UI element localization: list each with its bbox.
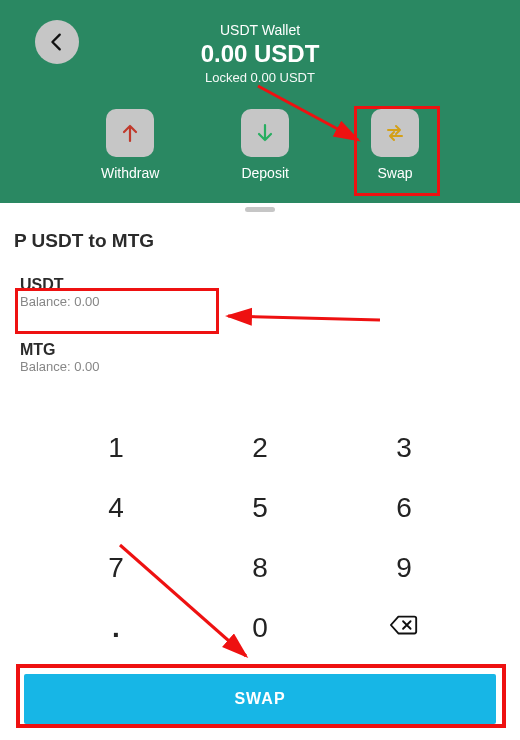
swap-title: P USDT to MTG <box>14 230 500 252</box>
to-currency: MTG <box>20 341 500 359</box>
wallet-header: USDT Wallet 0.00 USDT Locked 0.00 USDT W… <box>0 0 520 203</box>
arrow-up-icon <box>118 121 142 145</box>
action-swap[interactable]: Swap <box>371 109 419 181</box>
wallet-locked: Locked 0.00 USDT <box>20 70 500 85</box>
key-0[interactable]: 0 <box>188 598 332 658</box>
swap-panel: P USDT to MTG USDT Balance: 0.00 MTG Bal… <box>0 212 520 658</box>
swap-label: Swap <box>378 165 413 181</box>
action-deposit[interactable]: Deposit <box>241 109 289 181</box>
key-2[interactable]: 2 <box>188 418 332 478</box>
key-8[interactable]: 8 <box>188 538 332 598</box>
arrow-down-icon <box>253 121 277 145</box>
wallet-info: USDT Wallet 0.00 USDT Locked 0.00 USDT <box>20 18 500 85</box>
withdraw-tile <box>106 109 154 157</box>
key-1[interactable]: 1 <box>44 418 188 478</box>
key-6[interactable]: 6 <box>332 478 476 538</box>
key-9[interactable]: 9 <box>332 538 476 598</box>
wallet-actions: Withdraw Deposit Swap <box>20 109 500 191</box>
key-4[interactable]: 4 <box>44 478 188 538</box>
from-currency-block[interactable]: USDT Balance: 0.00 <box>20 274 500 315</box>
action-withdraw[interactable]: Withdraw <box>101 109 159 181</box>
backspace-icon <box>389 613 419 637</box>
key-backspace[interactable] <box>332 598 476 658</box>
deposit-label: Deposit <box>241 165 288 181</box>
to-currency-block[interactable]: MTG Balance: 0.00 <box>20 339 500 380</box>
numeric-keypad: 1 2 3 4 5 6 7 8 9 . 0 <box>20 418 500 658</box>
swap-button-label: SWAP <box>234 690 285 708</box>
key-7[interactable]: 7 <box>44 538 188 598</box>
swap-tile <box>371 109 419 157</box>
key-5[interactable]: 5 <box>188 478 332 538</box>
wallet-label: USDT Wallet <box>20 22 500 38</box>
back-button[interactable] <box>35 20 79 64</box>
wallet-amount: 0.00 USDT <box>20 40 500 68</box>
from-balance: Balance: 0.00 <box>20 294 500 309</box>
arrow-left-icon <box>46 31 68 53</box>
swap-icon <box>383 121 407 145</box>
withdraw-label: Withdraw <box>101 165 159 181</box>
from-currency: USDT <box>20 276 500 294</box>
key-3[interactable]: 3 <box>332 418 476 478</box>
deposit-tile <box>241 109 289 157</box>
swap-button[interactable]: SWAP <box>24 674 496 724</box>
to-balance: Balance: 0.00 <box>20 359 500 374</box>
key-dot[interactable]: . <box>44 598 188 658</box>
